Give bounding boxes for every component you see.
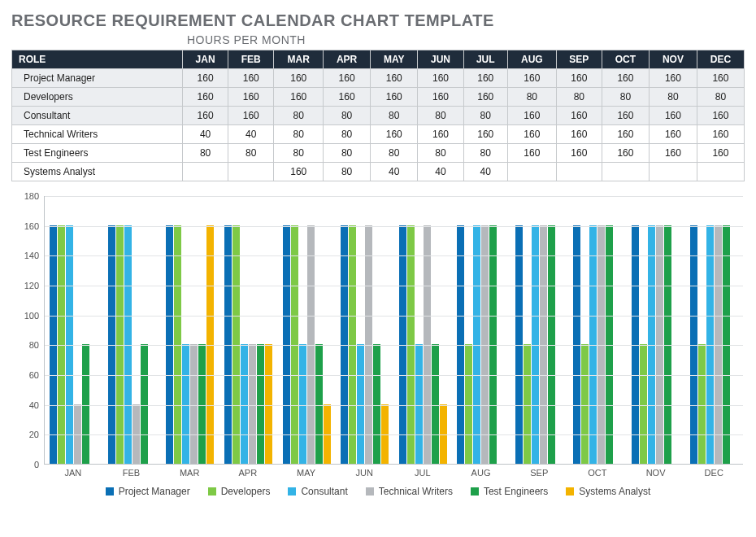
value-cell: 160 [602, 69, 649, 88]
table-row: Project Manager1601601601601601601601601… [12, 69, 745, 88]
value-cell: 40 [228, 125, 274, 144]
table-row: Developers160160160160160160160808080808… [12, 88, 745, 107]
value-cell [649, 163, 697, 181]
bar [407, 225, 415, 464]
value-cell: 160 [228, 69, 274, 88]
y-tick-label: 60 [29, 370, 39, 380]
table-head: ROLEJANFEBMARAPRMAYJUNJULAUGSEPOCTNOVDEC [12, 50, 745, 69]
bar-group [161, 196, 219, 464]
legend-label: Systems Analyst [579, 486, 650, 497]
value-cell: 160 [463, 88, 507, 107]
value-cell: 80 [183, 144, 228, 163]
bar [632, 225, 639, 464]
resource-chart: 020406080100120140160180 JANFEBMARAPRMAY… [11, 196, 745, 497]
grid-line [45, 255, 743, 256]
grid-line [45, 405, 743, 406]
legend-item: Test Engineers [471, 486, 548, 497]
value-cell: 160 [507, 69, 556, 88]
value-cell: 160 [228, 88, 274, 107]
value-cell: 160 [371, 69, 418, 88]
value-cell: 80 [556, 88, 602, 107]
value-cell: 80 [371, 107, 418, 125]
bar [589, 225, 597, 464]
legend-label: Test Engineers [484, 486, 548, 497]
role-cell: Test Engineers [12, 144, 183, 163]
role-cell: Project Manager [12, 69, 183, 88]
bar [108, 225, 115, 464]
value-cell: 160 [418, 69, 463, 88]
page-title: RESOURCE REQUIREMENT CALENDAR CHART TEMP… [11, 11, 745, 30]
bar [116, 225, 124, 464]
grid-line [45, 226, 743, 227]
value-cell: 80 [324, 107, 371, 125]
value-cell: 80 [274, 144, 324, 163]
value-cell: 160 [183, 69, 228, 88]
col-header-month: MAR [274, 50, 324, 69]
value-cell: 160 [274, 88, 324, 107]
table-row: Test Engineers80808080808080160160160160… [12, 144, 745, 163]
x-tick-label: JUN [335, 465, 393, 478]
value-cell: 160 [418, 125, 463, 144]
x-tick-label: FEB [102, 465, 161, 478]
y-tick-label: 140 [24, 251, 39, 260]
chart-plot-area [44, 196, 743, 465]
x-tick-label: JUL [393, 465, 452, 478]
bar [723, 225, 730, 464]
table-subtitle: HOURS PER MONTH [187, 32, 306, 50]
table-row: Systems Analyst16080404040 [12, 163, 745, 181]
bar [206, 225, 214, 464]
value-cell: 80 [324, 144, 371, 163]
value-cell: 160 [556, 144, 602, 163]
value-cell: 80 [274, 107, 324, 125]
grid-line [45, 345, 743, 346]
value-cell: 160 [697, 69, 744, 88]
bar [174, 225, 181, 464]
legend-label: Developers [221, 486, 271, 497]
bar [166, 225, 173, 464]
value-cell: 160 [556, 125, 602, 144]
bar [124, 225, 132, 464]
value-cell: 160 [274, 163, 324, 181]
bar [440, 404, 447, 464]
x-tick-label: APR [219, 465, 277, 478]
bar-group [277, 196, 336, 464]
bar [66, 225, 73, 464]
y-tick-label: 40 [29, 400, 39, 410]
subtitle-row: HOURS PER MONTH [11, 32, 745, 50]
value-cell: 80 [463, 107, 507, 125]
table-row: Technical Writers40408080160160160160160… [12, 125, 745, 144]
col-header-month: JUL [463, 50, 507, 69]
col-header-role: ROLE [12, 50, 183, 69]
bar-group [45, 196, 103, 464]
chart-x-axis: JANFEBMARAPRMAYJUNJULAUGSEPOCTNOVDEC [44, 465, 743, 478]
value-cell: 160 [602, 125, 649, 144]
legend-swatch [106, 487, 114, 496]
x-tick-label: SEP [510, 465, 568, 478]
bar [532, 225, 539, 464]
grid-line [45, 196, 743, 197]
legend-label: Technical Writers [379, 486, 453, 497]
bar [324, 404, 331, 464]
value-cell: 160 [228, 107, 274, 125]
grid-line [45, 375, 743, 376]
value-cell: 160 [602, 144, 649, 163]
value-cell [602, 163, 649, 181]
x-tick-label: DEC [684, 465, 743, 478]
table-row: Consultant160160808080808016016016016016… [12, 107, 745, 125]
bar [307, 225, 315, 464]
resource-table: ROLEJANFEBMARAPRMAYJUNJULAUGSEPOCTNOVDEC… [11, 50, 745, 181]
x-tick-label: NOV [627, 465, 685, 478]
col-header-month: JAN [183, 50, 228, 69]
table-body: Project Manager1601601601601601601601601… [12, 69, 745, 181]
value-cell: 160 [697, 144, 744, 163]
value-cell: 160 [463, 125, 507, 144]
value-cell [183, 163, 228, 181]
value-cell [556, 163, 602, 181]
y-tick-label: 160 [24, 221, 39, 231]
value-cell: 160 [556, 69, 602, 88]
role-cell: Technical Writers [12, 125, 183, 144]
value-cell: 160 [507, 107, 556, 125]
legend-item: Systems Analyst [566, 486, 650, 497]
y-tick-label: 120 [24, 281, 39, 290]
col-header-month: FEB [228, 50, 274, 69]
